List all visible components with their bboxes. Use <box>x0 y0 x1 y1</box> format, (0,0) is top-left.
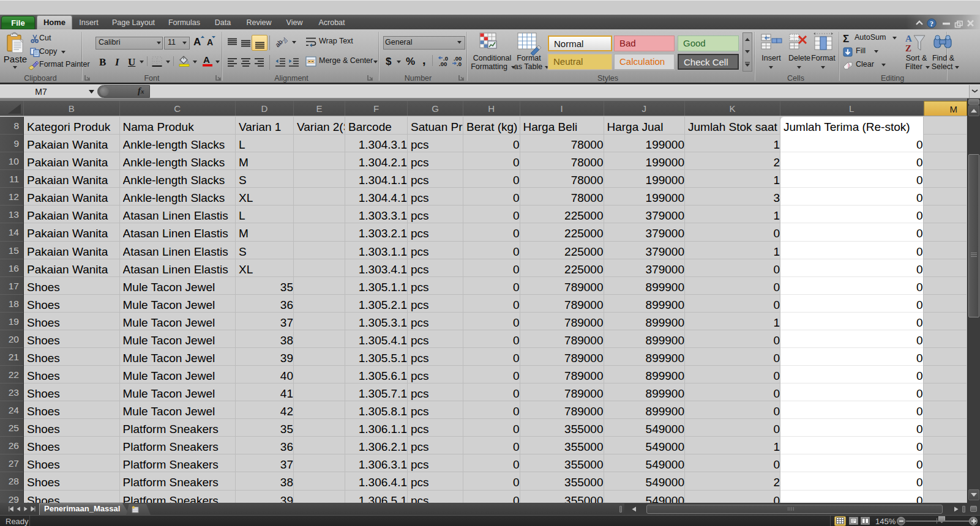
svg-text:ab: ab <box>274 38 284 48</box>
svg-text:A: A <box>207 37 213 47</box>
svg-text:?: ? <box>930 20 933 28</box>
svg-text:A: A <box>203 54 210 65</box>
svg-text:A: A <box>905 34 912 43</box>
svg-text:Z: Z <box>905 43 911 53</box>
svg-text:A: A <box>193 36 201 48</box>
